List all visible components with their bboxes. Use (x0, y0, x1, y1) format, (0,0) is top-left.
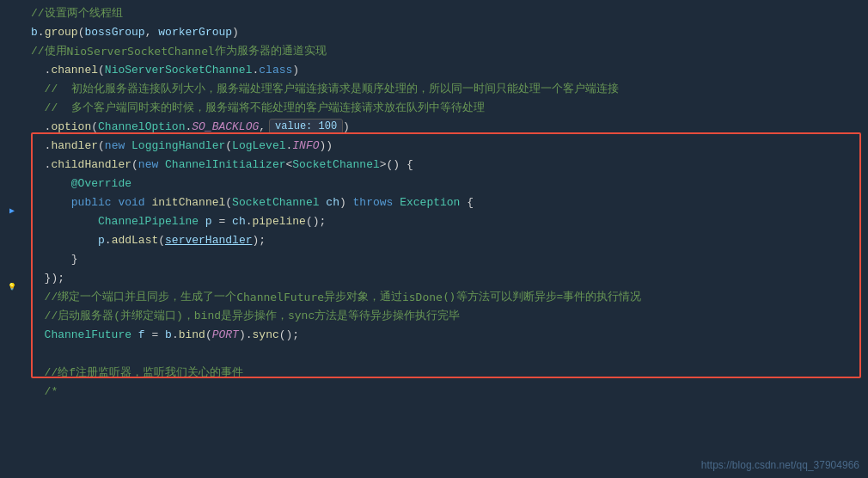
code-line-8: . handler ( new LoggingHandler ( LogLeve… (24, 136, 868, 155)
code-line-11: public void initChannel ( SocketChannel … (24, 193, 868, 211)
code-line-19 (24, 344, 868, 363)
code-content: //设置两个线程组 b . group ( bossGroup , worker… (24, 0, 868, 478)
watermark: https://blog.csdn.net/qq_37904966 (701, 459, 859, 471)
code-line-2: b . group ( bossGroup , workerGroup ) (24, 22, 868, 41)
code-line-15: }); (24, 268, 868, 287)
gutter-icon-2 (5, 146, 19, 165)
code-line-10: @Override (24, 174, 868, 193)
code-line-3: //使用 NioServerSocketChannel 作为服务器的通道实现 (24, 41, 868, 60)
code-line-1: //设置两个线程组 (24, 3, 868, 22)
code-line-9: . childHandler ( new ChannelInitializer … (24, 155, 868, 174)
code-line-17: //启动服务器(并绑定端口)，bind是异步操作，sync方法是等待异步操作执行… (24, 306, 868, 325)
code-line-16: //绑定一个端口并且同步，生成了一个 ChannelFuture 异步对象，通过… (24, 287, 868, 306)
code-line-18: ChannelFuture f = b . bind ( PORT ). syn… (24, 325, 868, 344)
code-line-6: // 多个客户端同时来的时候，服务端将不能处理的客户端连接请求放在队列中等待处理 (24, 98, 868, 117)
code-line-21: /* (24, 382, 868, 401)
gutter-icon-1 (5, 127, 19, 146)
gutter-arrow: ▶ (5, 201, 19, 220)
code-line-13: p . addLast ( serverHandler ); (24, 230, 868, 249)
code-line-14: } (24, 249, 868, 268)
editor-area: ▶ 💡 //设置两个线程组 b . group ( bossGroup , wo… (0, 0, 868, 478)
code-line-7: . option ( ChannelOption . SO_BACKLOG , … (24, 117, 868, 136)
gutter-icon-3 (5, 165, 19, 184)
side-gutter: ▶ 💡 (5, 0, 19, 478)
code-line-12: ChannelPipeline p = ch . pipeline (); (24, 211, 868, 230)
gutter-bulb: 💡 (5, 277, 19, 296)
code-line-4: . channel ( NioServerSocketChannel . cla… (24, 60, 868, 79)
tooltip-value: value: 100 (269, 119, 343, 134)
code-line-5: // 初始化服务器连接队列大小，服务端处理客户端连接请求是顺序处理的，所以同一时… (24, 79, 868, 98)
code-line-20: //给f注册监听器，监听我们关心的事件 (24, 363, 868, 382)
gutter-icon-4 (5, 239, 19, 258)
